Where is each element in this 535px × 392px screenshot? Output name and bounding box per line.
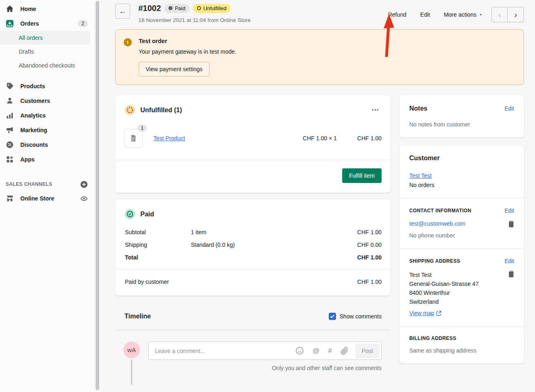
customer-phone: No phone number — [409, 232, 514, 239]
comment-visibility-note: Only you and other staff can see comment… — [115, 365, 391, 371]
timeline-spine — [131, 359, 132, 385]
attachment-icon[interactable] — [341, 347, 349, 355]
order-pagination: ‹ › — [491, 7, 524, 22]
hashtag-icon[interactable]: # — [328, 347, 332, 354]
shipping-address-block: Test Test General-Guisan-Strasse 47 8400… — [409, 270, 478, 306]
edit-contact-link[interactable]: Edit — [504, 207, 514, 214]
sidebar-item-apps[interactable]: Apps — [0, 152, 94, 167]
customer-card: Customer Test Test No orders CONTACT INF… — [400, 146, 524, 364]
products-icon — [6, 82, 14, 90]
customer-name-link[interactable]: Test Test — [409, 172, 432, 179]
edit-shipping-link[interactable]: Edit — [504, 258, 514, 264]
show-comments-checkbox[interactable] — [329, 313, 336, 320]
home-icon — [6, 5, 14, 13]
copy-email-clipboard-icon[interactable] — [508, 220, 514, 228]
view-payment-settings-button[interactable]: View payment settings — [139, 62, 210, 76]
marketing-icon — [6, 126, 14, 134]
page-header: ← #1002 Paid Unfulfilled 18 November 202… — [115, 0, 524, 23]
total-row: Total CHF 1.00 — [125, 251, 382, 264]
sidebar-item-label: Orders — [20, 20, 39, 27]
external-link-icon — [436, 311, 441, 316]
scrollbar-thumb[interactable] — [96, 1, 99, 390]
sidebar-item-online-store[interactable]: Online Store — [0, 191, 94, 206]
unfulfilled-status-icon — [125, 105, 135, 115]
post-comment-button[interactable]: Post — [355, 344, 380, 358]
warning-icon: ! — [124, 38, 132, 46]
show-comments-toggle[interactable]: Show comments — [329, 313, 382, 320]
analytics-icon — [6, 111, 14, 120]
page-title: #1002 — [138, 4, 161, 13]
paid-by-customer-row: Paid by customer CHF 1.00 — [115, 270, 391, 296]
sidebar-item-drafts[interactable]: Drafts — [0, 45, 90, 59]
shipping-address-section: SHIPPING ADDRESS Edit Test Test General-… — [400, 248, 524, 326]
sidebar-item-discounts[interactable]: Discounts — [0, 137, 94, 152]
shipping-row: Shipping Standard (0.0 kg) CHF 0.00 — [125, 238, 382, 251]
customer-order-count: No orders — [409, 182, 514, 188]
emoji-icon[interactable] — [295, 346, 304, 355]
next-order-button[interactable]: › — [508, 7, 524, 22]
sales-channels-heading: SALES CHANNELS — [0, 177, 94, 191]
orders-count-badge: 2 — [78, 20, 88, 27]
view-online-store-eye-icon[interactable] — [80, 195, 88, 203]
sidebar-item-all-orders[interactable]: All orders — [0, 31, 90, 45]
edit-order-button[interactable]: Edit — [420, 11, 430, 18]
comment-composer: @ # Post — [148, 342, 382, 360]
order-detail-page: ← #1002 Paid Unfulfilled 18 November 202… — [100, 0, 535, 392]
payment-card: Paid Subtotal 1 item CHF 1.00 Shipping S… — [115, 199, 391, 296]
line-item-row: 1 Test Product CHF 1.00 × 1 CHF 1.00 — [115, 118, 391, 160]
price-times-quantity: CHF 1.00 × 1 — [303, 135, 337, 142]
fulfill-item-button[interactable]: Fulfill item — [342, 168, 382, 183]
quantity-badge: 1 — [138, 124, 147, 132]
customers-icon — [6, 97, 14, 105]
notes-title: Notes — [409, 105, 427, 112]
sidebar-item-label: Home — [20, 6, 36, 12]
unfulfilled-ring-icon — [197, 6, 201, 10]
sidebar: Home Orders 2 All orders Drafts Abandone… — [0, 0, 94, 392]
contact-information-section: CONTACT INFORMATION Edit test@customweb.… — [400, 198, 524, 248]
banner-body: Your payment gateway is in test mode. — [139, 48, 236, 55]
staff-avatar: wA — [123, 342, 140, 358]
back-button[interactable]: ← — [115, 4, 130, 19]
sidebar-item-products[interactable]: Products — [0, 79, 94, 94]
view-map-link[interactable]: View map — [409, 310, 434, 316]
sidebar-item-abandoned-checkouts[interactable]: Abandoned checkouts — [0, 59, 90, 72]
refund-button[interactable]: Refund — [388, 11, 406, 18]
sidebar-item-customers[interactable]: Customers — [0, 94, 94, 108]
timeline-section: Timeline Show comments wA — [115, 313, 391, 371]
more-actions-button[interactable]: More actions ▼ — [444, 11, 483, 18]
discounts-icon — [6, 141, 14, 149]
shipping-heading: SHIPPING ADDRESS — [409, 258, 460, 264]
caret-down-icon: ▼ — [479, 13, 483, 17]
product-link[interactable]: Test Product — [153, 135, 185, 142]
notes-body: No notes from customer — [409, 121, 514, 128]
contact-heading: CONTACT INFORMATION — [409, 208, 471, 213]
notes-card: Notes Edit No notes from customer — [400, 95, 524, 137]
customer-section: Customer Test Test No orders — [400, 146, 524, 198]
billing-body: Same as shipping address — [409, 347, 514, 354]
payment-card-title: Paid — [140, 211, 154, 218]
line-item-total: CHF 1.00 — [337, 135, 382, 142]
copy-address-clipboard-icon[interactable] — [508, 270, 514, 278]
timeline-title: Timeline — [124, 313, 151, 320]
mention-icon[interactable]: @ — [312, 347, 319, 354]
orders-icon — [6, 20, 14, 28]
comment-input[interactable] — [155, 348, 295, 354]
fulfillment-card: Unfulfilled (1) ••• 1 Test Product CHF 1… — [115, 95, 391, 193]
banner-title: Test order — [139, 38, 236, 44]
sidebar-item-orders[interactable]: Orders 2 — [0, 16, 94, 31]
sidebar-item-home[interactable]: Home — [0, 2, 94, 16]
subtotal-row: Subtotal 1 item CHF 1.00 — [125, 226, 382, 238]
sidebar-item-marketing[interactable]: Marketing — [0, 123, 94, 137]
paid-dot-icon — [168, 6, 173, 10]
customer-title: Customer — [409, 155, 514, 162]
billing-address-section: BILLING ADDRESS Same as shipping address — [400, 326, 524, 364]
customer-email-link[interactable]: test@customweb.com — [409, 220, 465, 227]
edit-notes-link[interactable]: Edit — [504, 105, 514, 112]
add-sales-channel-button[interactable] — [80, 181, 88, 188]
previous-order-button[interactable]: ‹ — [492, 7, 508, 22]
page-scrollbar[interactable] — [94, 0, 100, 392]
order-date-subtitle: 18 November 2021 at 11:04 from Online St… — [138, 17, 251, 23]
overflow-menu-button[interactable]: ••• — [370, 105, 381, 115]
paid-status-badge: Paid — [164, 4, 190, 13]
sidebar-item-analytics[interactable]: Analytics — [0, 108, 94, 123]
